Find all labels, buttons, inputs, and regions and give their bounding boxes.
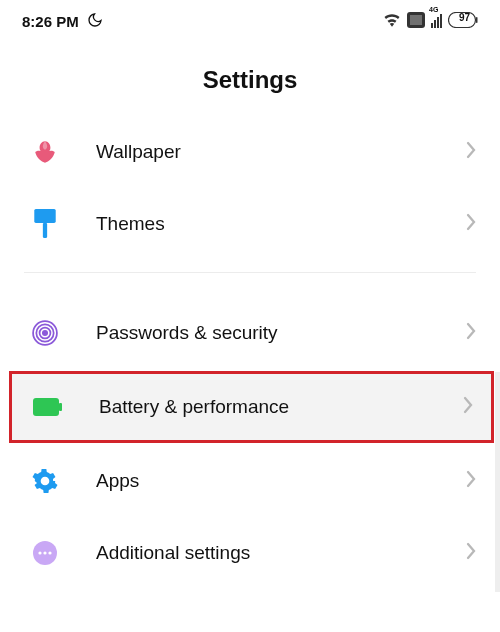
battery-icon bbox=[33, 392, 63, 422]
item-label: Passwords & security bbox=[96, 322, 466, 344]
item-label: Themes bbox=[96, 213, 466, 235]
chevron-right-icon bbox=[466, 141, 476, 163]
settings-item-themes[interactable]: Themes bbox=[0, 188, 500, 260]
status-bar: 8:26 PM 4G 97 bbox=[0, 0, 500, 34]
signal-icon: 4G bbox=[431, 14, 442, 28]
moon-icon bbox=[87, 12, 103, 31]
wifi-icon bbox=[383, 13, 401, 30]
paint-roller-icon bbox=[30, 209, 60, 239]
gear-icon bbox=[30, 466, 60, 496]
svg-rect-10 bbox=[33, 398, 59, 416]
settings-item-apps[interactable]: Apps bbox=[0, 445, 500, 517]
volte-icon bbox=[407, 12, 425, 31]
settings-item-wallpaper[interactable]: Wallpaper bbox=[0, 116, 500, 188]
more-dots-icon bbox=[30, 538, 60, 568]
battery-pct: 97 bbox=[459, 12, 470, 23]
svg-rect-1 bbox=[410, 15, 422, 25]
svg-point-9 bbox=[43, 331, 47, 335]
item-label: Battery & performance bbox=[99, 396, 463, 418]
settings-item-battery[interactable]: Battery & performance bbox=[9, 371, 494, 443]
item-label: Wallpaper bbox=[96, 141, 466, 163]
settings-item-passwords[interactable]: Passwords & security bbox=[0, 297, 500, 369]
crop-shadow bbox=[495, 372, 500, 592]
chevron-right-icon bbox=[463, 396, 473, 418]
separator bbox=[24, 272, 476, 273]
chevron-right-icon bbox=[466, 542, 476, 564]
tulip-icon bbox=[30, 137, 60, 167]
chevron-right-icon bbox=[466, 213, 476, 235]
status-time: 8:26 PM bbox=[22, 13, 79, 30]
chevron-right-icon bbox=[466, 470, 476, 492]
item-label: Additional settings bbox=[96, 542, 466, 564]
svg-rect-5 bbox=[43, 223, 47, 238]
settings-item-additional[interactable]: Additional settings bbox=[0, 517, 500, 589]
chevron-right-icon bbox=[466, 322, 476, 344]
page-title: Settings bbox=[0, 66, 500, 94]
svg-rect-3 bbox=[476, 17, 478, 23]
svg-point-13 bbox=[38, 551, 41, 554]
svg-rect-11 bbox=[59, 403, 62, 411]
page-header: Settings bbox=[0, 34, 500, 116]
svg-point-15 bbox=[48, 551, 51, 554]
svg-point-14 bbox=[43, 551, 46, 554]
svg-rect-4 bbox=[34, 209, 55, 223]
fingerprint-icon bbox=[30, 318, 60, 348]
item-label: Apps bbox=[96, 470, 466, 492]
